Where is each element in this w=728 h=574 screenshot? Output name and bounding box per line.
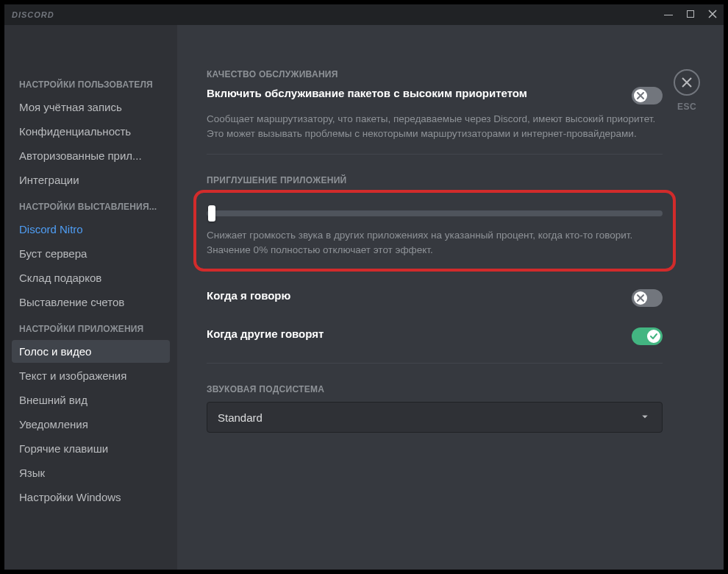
close-panel: ESC [674, 69, 700, 112]
slider-thumb[interactable] [208, 205, 215, 222]
window-maximize-button[interactable] [685, 10, 696, 20]
qos-toggle[interactable] [632, 87, 663, 104]
attenuation-highlight: Снижает громкость звука в других приложе… [193, 190, 676, 272]
qos-toggle-label: Включить обслуживание пакетов с высоким … [207, 87, 527, 99]
sidebar-item-integrations[interactable]: Интеграции [12, 169, 170, 191]
when-i-speak-label: Когда я говорю [207, 289, 290, 302]
chevron-down-icon [638, 410, 652, 425]
close-icon [681, 77, 693, 88]
toggle-knob [634, 291, 647, 305]
toggle-knob [647, 330, 660, 343]
sidebar-header-user: НАСТРОЙКИ ПОЛЬЗОВАТЕЛЯ [12, 75, 170, 94]
close-icon [708, 10, 717, 18]
x-icon [636, 91, 645, 100]
sidebar-item-account[interactable]: Моя учётная запись [12, 96, 170, 118]
window-controls [663, 10, 718, 21]
when-others-speak-toggle[interactable] [632, 327, 663, 345]
select-value: Standard [218, 411, 263, 424]
sidebar-item-notifications[interactable]: Уведомления [12, 413, 170, 436]
check-icon [649, 332, 658, 341]
when-i-speak-row: Когда я говорю [207, 289, 663, 307]
content-inner: КАЧЕСТВО ОБСЛУЖИВАНИЯ Включить обслужива… [207, 69, 663, 433]
when-i-speak-toggle[interactable] [632, 289, 663, 307]
sidebar-item-privacy[interactable]: Конфиденциальность [12, 120, 170, 143]
sidebar-item-windows[interactable]: Настройки Windows [12, 486, 170, 509]
sidebar-item-text-images[interactable]: Текст и изображения [12, 364, 170, 387]
divider [207, 154, 663, 155]
maximize-icon [687, 10, 694, 18]
window-close-button[interactable] [707, 10, 718, 21]
sidebar-item-language[interactable]: Язык [12, 461, 170, 484]
x-icon [636, 294, 645, 302]
sidebar-item-appearance[interactable]: Внешний вид [12, 389, 170, 411]
window-minimize-button[interactable] [663, 10, 674, 20]
qos-description: Сообщает маршрутизатору, что пакеты, пер… [207, 112, 663, 141]
attenuation-description: Снижает громкость звука в других приложе… [207, 228, 663, 257]
audio-subsystem-header: ЗВУКОВАЯ ПОДСИСТЕМА [207, 384, 663, 394]
sidebar-item-authorized[interactable]: Авторизованные прил... [12, 144, 170, 167]
attenuation-slider[interactable] [207, 210, 663, 216]
sidebar-item-keybinds[interactable]: Горячие клавиши [12, 437, 170, 460]
divider [207, 363, 663, 364]
attenuation-header: ПРИГЛУШЕНИЕ ПРИЛОЖЕНИЙ [207, 175, 663, 185]
settings-sidebar[interactable]: НАСТРОЙКИ ПОЛЬЗОВАТЕЛЯ Моя учётная запис… [4, 25, 177, 570]
sidebar-item-boost[interactable]: Буст сервера [12, 242, 170, 265]
sidebar-header-billing: НАСТРОЙКИ ВЫСТАВЛЕНИЯ... [12, 197, 170, 216]
when-others-speak-row: Когда другие говорят [207, 327, 663, 345]
toggle-knob [634, 89, 647, 102]
audio-subsystem-select[interactable]: Standard [207, 402, 663, 433]
app-brand: DISCORD [12, 10, 54, 19]
sidebar-item-nitro[interactable]: Discord Nitro [12, 218, 170, 241]
outer-frame: DISCORD НАСТРОЙКИ ПОЛЬЗОВАТЕЛЯ Моя учётн… [0, 0, 728, 574]
sidebar-header-app: НАСТРОЙКИ ПРИЛОЖЕНИЯ [12, 319, 170, 339]
minimize-icon [664, 15, 673, 15]
close-settings-button[interactable] [674, 69, 700, 96]
app-body: НАСТРОЙКИ ПОЛЬЗОВАТЕЛЯ Моя учётная запис… [4, 25, 724, 570]
app-window: DISCORD НАСТРОЙКИ ПОЛЬЗОВАТЕЛЯ Моя учётн… [4, 4, 724, 570]
esc-label: ESC [677, 102, 696, 112]
sidebar-item-billing[interactable]: Выставление счетов [12, 291, 170, 313]
qos-toggle-row: Включить обслуживание пакетов с высоким … [207, 87, 663, 104]
titlebar: DISCORD [4, 4, 724, 25]
sidebar-item-voice[interactable]: Голос и видео [12, 340, 170, 363]
when-others-speak-label: Когда другие говорят [207, 327, 324, 340]
qos-header: КАЧЕСТВО ОБСЛУЖИВАНИЯ [207, 69, 663, 79]
settings-content[interactable]: КАЧЕСТВО ОБСЛУЖИВАНИЯ Включить обслужива… [177, 25, 724, 570]
sidebar-item-gifts[interactable]: Склад подарков [12, 266, 170, 289]
